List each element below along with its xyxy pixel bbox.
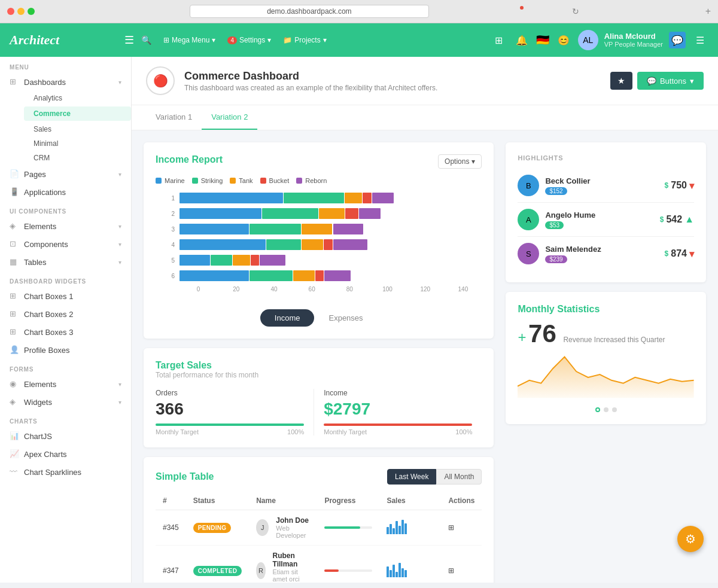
sidebar-item-form-widgets[interactable]: ◈ Widgets ▾ <box>0 393 131 411</box>
sales-sparkline <box>387 563 407 577</box>
sidebar-subitem-commerce[interactable]: Commerce <box>24 106 131 121</box>
sidebar-item-dashboards[interactable]: ⊞ Dashboards ▾ <box>0 73 131 91</box>
sidebar-item-chart-boxes-3[interactable]: ⊞ Chart Boxes 3 <box>0 323 131 341</box>
components-icon: ⊡ <box>10 239 19 249</box>
smiley-icon[interactable]: 😊 <box>555 32 572 48</box>
income-toggle-btn[interactable]: Income <box>260 309 315 327</box>
buttons-dropdown[interactable]: 💬 Buttons ▾ <box>637 72 704 90</box>
chevron-down-icon: ▾ <box>323 36 327 44</box>
reload-icon[interactable]: ↻ <box>572 7 579 16</box>
sidebar-item-elements[interactable]: ◈ Elements ▾ <box>0 217 131 235</box>
app-container: Architect ☰ 🔍 ⊞ Mega Menu ▾ 4 Settings ▾… <box>0 23 718 583</box>
sidebar-item-tables[interactable]: ▦ Tables ▾ <box>0 253 131 271</box>
cell-actions[interactable]: ⊞ <box>441 510 482 546</box>
sidebar-item-profile-boxes[interactable]: 👤 Profile Boxes <box>0 341 131 359</box>
star-button[interactable]: ★ <box>610 72 632 90</box>
sidebar-item-components[interactable]: ⊡ Components ▾ <box>0 235 131 253</box>
bar-segment <box>319 208 345 219</box>
spark-bar <box>401 520 404 534</box>
sidebar-item-chart-sparklines[interactable]: 〰 Chart Sparklines <box>0 463 131 481</box>
chart-boxes-1-icon: ⊞ <box>10 291 19 301</box>
chart-toggle: Income Expenses <box>156 309 482 327</box>
options-button[interactable]: Options ▾ <box>438 154 482 169</box>
sidebar-label-profile-boxes: Profile Boxes <box>24 346 121 355</box>
user-name: Alina Mclourd <box>604 32 663 41</box>
projects-button[interactable]: 📁 Projects ▾ <box>278 33 331 47</box>
notification-icon[interactable]: 🔔 <box>513 32 530 48</box>
progress-bar <box>324 569 339 572</box>
grid-icon: ⊞ <box>163 36 169 44</box>
orders-sub: Monthly Target 100% <box>156 428 304 435</box>
tables-icon: ▦ <box>10 257 19 267</box>
chat-icon[interactable]: 💬 <box>669 32 686 48</box>
sidebar-subitem-sales[interactable]: Sales <box>24 122 131 136</box>
expenses-toggle-btn[interactable]: Expenses <box>314 309 377 327</box>
spark-bar <box>404 523 407 534</box>
sidebar-subitem-crm[interactable]: CRM <box>24 151 131 165</box>
grid-apps-icon[interactable]: ⊞ <box>491 32 507 48</box>
carousel-dot-2[interactable] <box>604 407 609 412</box>
sidebar-item-form-elements[interactable]: ◉ Elements ▾ <box>0 375 131 393</box>
chat-icon: 💬 <box>647 77 656 86</box>
content-area: Income Report Options ▾ Marine <box>132 130 718 583</box>
spark-bar <box>390 524 392 534</box>
sidebar-item-pages[interactable]: 📄 Pages ▾ <box>0 165 131 183</box>
close-dot[interactable] <box>7 8 14 15</box>
all-month-btn[interactable]: All Month <box>436 469 482 485</box>
settings-button[interactable]: 4 Settings ▾ <box>223 33 276 47</box>
sidebar-item-apex-charts[interactable]: 📈 Apex Charts <box>0 445 131 463</box>
col-progress: Progress <box>317 492 379 510</box>
more-menu-icon[interactable]: ☰ <box>692 32 708 48</box>
spark-bar <box>390 570 392 577</box>
cell-status: COMPLETED <box>186 546 249 583</box>
search-icon: 🔍 <box>141 35 151 45</box>
legend-dot-marine <box>156 178 162 184</box>
minimize-dot[interactable] <box>17 8 25 15</box>
progress-bar <box>324 526 360 529</box>
sidebar-item-applications[interactable]: 📱 Applications <box>0 183 131 201</box>
mega-menu-button[interactable]: ⊞ Mega Menu ▾ <box>159 33 220 47</box>
buttons-label: Buttons <box>660 77 686 86</box>
bar-segment <box>251 255 259 266</box>
cell-actions[interactable]: ⊞ <box>441 546 482 583</box>
settings-fab[interactable]: ⚙ <box>677 526 704 552</box>
language-flag[interactable]: 🇩🇪 <box>536 33 549 47</box>
income-progress-bar <box>324 424 472 426</box>
legend-dot-striking <box>192 178 198 184</box>
folder-icon: 📁 <box>283 36 292 44</box>
legend-label-bucket: Bucket <box>269 177 290 184</box>
last-week-btn[interactable]: Last Week <box>387 469 436 485</box>
carousel-dot-3[interactable] <box>612 407 617 412</box>
axis-label: 80 <box>331 286 369 293</box>
topbar-nav: ⊞ Mega Menu ▾ 4 Settings ▾ 📁 Projects ▾ <box>159 33 331 47</box>
trend-arrow: ▾ <box>689 248 694 260</box>
tab-variation-2[interactable]: Variation 2 <box>202 105 257 130</box>
monthly-sparkline <box>518 351 694 398</box>
address-bar[interactable]: demo.dashboardpack.com <box>190 5 429 18</box>
legend-dot-reborn <box>296 178 302 184</box>
bar-track <box>180 224 482 234</box>
carousel-dot-1[interactable] <box>595 407 600 412</box>
sidebar-item-chartjs[interactable]: 📊 ChartJS <box>0 427 131 445</box>
avatar[interactable]: AL <box>578 30 598 50</box>
row-avatar: J <box>256 519 269 536</box>
sidebar-item-chart-boxes-1[interactable]: ⊞ Chart Boxes 1 <box>0 287 131 305</box>
sidebar-item-chart-boxes-2[interactable]: ⊞ Chart Boxes 2 <box>0 305 131 323</box>
sidebar-label-chart-boxes-1: Chart Boxes 1 <box>24 292 121 301</box>
dashboard-section-label: DASHBOARD WIDGETS <box>0 271 131 287</box>
axis-label: 140 <box>444 286 482 293</box>
sidebar-subitem-analytics[interactable]: Analytics <box>24 91 131 105</box>
bar-segment <box>324 239 332 250</box>
income-label: Income <box>324 389 472 397</box>
tab-variation-1[interactable]: Variation 1 <box>146 105 202 130</box>
expand-button[interactable]: + <box>705 6 711 17</box>
hamburger-icon[interactable]: ☰ <box>124 33 134 47</box>
maximize-dot[interactable] <box>28 8 35 15</box>
bar-label: 3 <box>168 226 175 233</box>
legend-label-tank: Tank <box>239 177 252 184</box>
pages-icon: 📄 <box>10 169 19 179</box>
income-report-card: Income Report Options ▾ Marine <box>144 142 494 339</box>
chevron-down-icon: ▾ <box>690 77 694 86</box>
bar-track <box>180 255 482 266</box>
sidebar-subitem-minimal[interactable]: Minimal <box>24 136 131 151</box>
